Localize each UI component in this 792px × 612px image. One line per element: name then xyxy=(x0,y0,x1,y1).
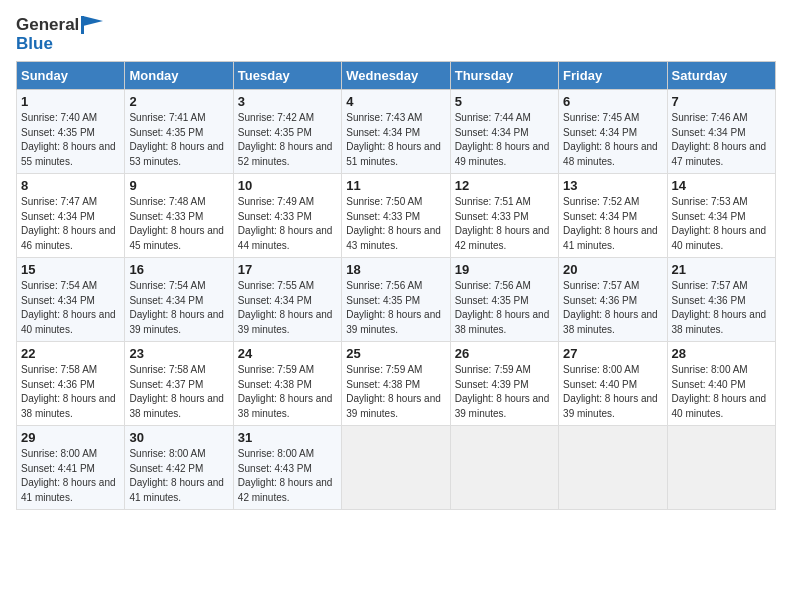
calendar-cell: 20 Sunrise: 7:57 AMSunset: 4:36 PMDaylig… xyxy=(559,258,667,342)
day-info: Sunrise: 7:57 AMSunset: 4:36 PMDaylight:… xyxy=(672,279,771,337)
day-info: Sunrise: 8:00 AMSunset: 4:40 PMDaylight:… xyxy=(672,363,771,421)
day-info: Sunrise: 8:00 AMSunset: 4:43 PMDaylight:… xyxy=(238,447,337,505)
day-info: Sunrise: 7:47 AMSunset: 4:34 PMDaylight:… xyxy=(21,195,120,253)
day-number: 22 xyxy=(21,346,120,361)
day-number: 15 xyxy=(21,262,120,277)
calendar-body: 1 Sunrise: 7:40 AMSunset: 4:35 PMDayligh… xyxy=(17,90,776,510)
day-info: Sunrise: 7:57 AMSunset: 4:36 PMDaylight:… xyxy=(563,279,662,337)
calendar-cell: 25 Sunrise: 7:59 AMSunset: 4:38 PMDaylig… xyxy=(342,342,450,426)
calendar-table: SundayMondayTuesdayWednesdayThursdayFrid… xyxy=(16,61,776,510)
calendar-cell: 26 Sunrise: 7:59 AMSunset: 4:39 PMDaylig… xyxy=(450,342,558,426)
day-number: 4 xyxy=(346,94,445,109)
logo-text-block: General Blue xyxy=(16,16,103,53)
calendar-cell: 1 Sunrise: 7:40 AMSunset: 4:35 PMDayligh… xyxy=(17,90,125,174)
weekday-saturday: Saturday xyxy=(667,62,775,90)
calendar-cell: 29 Sunrise: 8:00 AMSunset: 4:41 PMDaylig… xyxy=(17,426,125,510)
day-info: Sunrise: 7:45 AMSunset: 4:34 PMDaylight:… xyxy=(563,111,662,169)
day-info: Sunrise: 7:56 AMSunset: 4:35 PMDaylight:… xyxy=(455,279,554,337)
calendar-cell: 2 Sunrise: 7:41 AMSunset: 4:35 PMDayligh… xyxy=(125,90,233,174)
day-info: Sunrise: 7:55 AMSunset: 4:34 PMDaylight:… xyxy=(238,279,337,337)
calendar-cell: 31 Sunrise: 8:00 AMSunset: 4:43 PMDaylig… xyxy=(233,426,341,510)
day-info: Sunrise: 7:54 AMSunset: 4:34 PMDaylight:… xyxy=(129,279,228,337)
calendar-cell xyxy=(342,426,450,510)
day-number: 30 xyxy=(129,430,228,445)
day-number: 2 xyxy=(129,94,228,109)
day-info: Sunrise: 7:53 AMSunset: 4:34 PMDaylight:… xyxy=(672,195,771,253)
calendar-cell xyxy=(559,426,667,510)
week-row-5: 29 Sunrise: 8:00 AMSunset: 4:41 PMDaylig… xyxy=(17,426,776,510)
weekday-friday: Friday xyxy=(559,62,667,90)
calendar-cell: 10 Sunrise: 7:49 AMSunset: 4:33 PMDaylig… xyxy=(233,174,341,258)
day-number: 14 xyxy=(672,178,771,193)
page-header: General Blue xyxy=(16,16,776,53)
day-info: Sunrise: 7:59 AMSunset: 4:38 PMDaylight:… xyxy=(238,363,337,421)
svg-rect-1 xyxy=(81,16,84,34)
day-number: 12 xyxy=(455,178,554,193)
day-info: Sunrise: 7:58 AMSunset: 4:36 PMDaylight:… xyxy=(21,363,120,421)
calendar-cell: 16 Sunrise: 7:54 AMSunset: 4:34 PMDaylig… xyxy=(125,258,233,342)
day-info: Sunrise: 7:49 AMSunset: 4:33 PMDaylight:… xyxy=(238,195,337,253)
day-number: 31 xyxy=(238,430,337,445)
week-row-3: 15 Sunrise: 7:54 AMSunset: 4:34 PMDaylig… xyxy=(17,258,776,342)
week-row-1: 1 Sunrise: 7:40 AMSunset: 4:35 PMDayligh… xyxy=(17,90,776,174)
calendar-cell: 11 Sunrise: 7:50 AMSunset: 4:33 PMDaylig… xyxy=(342,174,450,258)
calendar-cell: 21 Sunrise: 7:57 AMSunset: 4:36 PMDaylig… xyxy=(667,258,775,342)
day-number: 23 xyxy=(129,346,228,361)
day-number: 3 xyxy=(238,94,337,109)
day-info: Sunrise: 7:43 AMSunset: 4:34 PMDaylight:… xyxy=(346,111,445,169)
calendar-cell: 8 Sunrise: 7:47 AMSunset: 4:34 PMDayligh… xyxy=(17,174,125,258)
calendar-cell: 14 Sunrise: 7:53 AMSunset: 4:34 PMDaylig… xyxy=(667,174,775,258)
calendar-cell: 22 Sunrise: 7:58 AMSunset: 4:36 PMDaylig… xyxy=(17,342,125,426)
day-info: Sunrise: 7:40 AMSunset: 4:35 PMDaylight:… xyxy=(21,111,120,169)
day-number: 6 xyxy=(563,94,662,109)
day-number: 18 xyxy=(346,262,445,277)
weekday-monday: Monday xyxy=(125,62,233,90)
calendar-cell: 15 Sunrise: 7:54 AMSunset: 4:34 PMDaylig… xyxy=(17,258,125,342)
day-number: 19 xyxy=(455,262,554,277)
weekday-thursday: Thursday xyxy=(450,62,558,90)
day-info: Sunrise: 7:52 AMSunset: 4:34 PMDaylight:… xyxy=(563,195,662,253)
day-number: 8 xyxy=(21,178,120,193)
calendar-cell: 4 Sunrise: 7:43 AMSunset: 4:34 PMDayligh… xyxy=(342,90,450,174)
day-number: 5 xyxy=(455,94,554,109)
day-number: 11 xyxy=(346,178,445,193)
logo-general: General xyxy=(16,16,79,35)
day-info: Sunrise: 7:46 AMSunset: 4:34 PMDaylight:… xyxy=(672,111,771,169)
weekday-wednesday: Wednesday xyxy=(342,62,450,90)
weekday-tuesday: Tuesday xyxy=(233,62,341,90)
calendar-cell: 27 Sunrise: 8:00 AMSunset: 4:40 PMDaylig… xyxy=(559,342,667,426)
calendar-cell: 6 Sunrise: 7:45 AMSunset: 4:34 PMDayligh… xyxy=(559,90,667,174)
calendar-cell: 12 Sunrise: 7:51 AMSunset: 4:33 PMDaylig… xyxy=(450,174,558,258)
day-info: Sunrise: 7:42 AMSunset: 4:35 PMDaylight:… xyxy=(238,111,337,169)
calendar-cell xyxy=(667,426,775,510)
day-number: 13 xyxy=(563,178,662,193)
day-number: 21 xyxy=(672,262,771,277)
calendar-cell: 13 Sunrise: 7:52 AMSunset: 4:34 PMDaylig… xyxy=(559,174,667,258)
day-number: 1 xyxy=(21,94,120,109)
weekday-sunday: Sunday xyxy=(17,62,125,90)
day-info: Sunrise: 8:00 AMSunset: 4:40 PMDaylight:… xyxy=(563,363,662,421)
day-number: 26 xyxy=(455,346,554,361)
day-info: Sunrise: 7:58 AMSunset: 4:37 PMDaylight:… xyxy=(129,363,228,421)
calendar-cell: 18 Sunrise: 7:56 AMSunset: 4:35 PMDaylig… xyxy=(342,258,450,342)
day-number: 9 xyxy=(129,178,228,193)
day-number: 16 xyxy=(129,262,228,277)
day-info: Sunrise: 7:59 AMSunset: 4:38 PMDaylight:… xyxy=(346,363,445,421)
calendar-cell: 7 Sunrise: 7:46 AMSunset: 4:34 PMDayligh… xyxy=(667,90,775,174)
week-row-2: 8 Sunrise: 7:47 AMSunset: 4:34 PMDayligh… xyxy=(17,174,776,258)
calendar-cell: 23 Sunrise: 7:58 AMSunset: 4:37 PMDaylig… xyxy=(125,342,233,426)
day-number: 7 xyxy=(672,94,771,109)
calendar-cell: 28 Sunrise: 8:00 AMSunset: 4:40 PMDaylig… xyxy=(667,342,775,426)
day-number: 28 xyxy=(672,346,771,361)
weekday-header-row: SundayMondayTuesdayWednesdayThursdayFrid… xyxy=(17,62,776,90)
day-number: 25 xyxy=(346,346,445,361)
calendar-cell: 9 Sunrise: 7:48 AMSunset: 4:33 PMDayligh… xyxy=(125,174,233,258)
calendar-cell: 30 Sunrise: 8:00 AMSunset: 4:42 PMDaylig… xyxy=(125,426,233,510)
logo-blue: Blue xyxy=(16,35,53,54)
day-info: Sunrise: 7:54 AMSunset: 4:34 PMDaylight:… xyxy=(21,279,120,337)
calendar-cell: 24 Sunrise: 7:59 AMSunset: 4:38 PMDaylig… xyxy=(233,342,341,426)
day-info: Sunrise: 8:00 AMSunset: 4:41 PMDaylight:… xyxy=(21,447,120,505)
logo: General Blue xyxy=(16,16,103,53)
calendar-cell: 3 Sunrise: 7:42 AMSunset: 4:35 PMDayligh… xyxy=(233,90,341,174)
day-info: Sunrise: 7:48 AMSunset: 4:33 PMDaylight:… xyxy=(129,195,228,253)
